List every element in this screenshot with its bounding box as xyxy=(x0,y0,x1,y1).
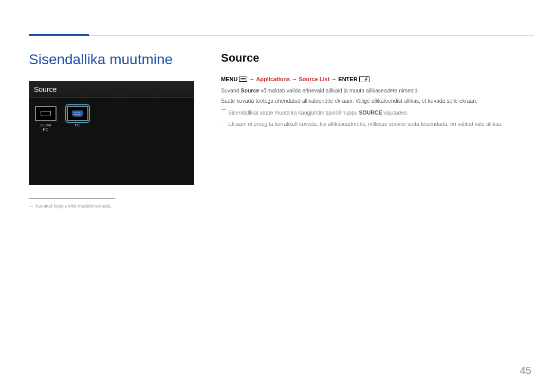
para1-pre: Suvand xyxy=(221,87,241,94)
footnote-rule xyxy=(29,198,115,199)
paragraph-1: Suvand Source võimaldab valida erinevaid… xyxy=(221,86,529,95)
pc-label: PC xyxy=(75,123,80,128)
source-item-pc: PC xyxy=(67,106,88,133)
footnote-text: Kuvatud kujutis võib mudeliti erineda. xyxy=(35,203,112,209)
note1-post: vajutades. xyxy=(382,109,408,116)
note2-text: Ekraani ei pruugita korralikult kuvada, … xyxy=(228,121,503,127)
footnote-dash: ― xyxy=(29,203,33,209)
menu-icon xyxy=(239,77,247,82)
screenshot-body: HDMI PC PC xyxy=(29,98,194,141)
source-screenshot: Source HDMI PC PC xyxy=(29,81,194,185)
hdmi-glyph xyxy=(41,111,51,116)
enter-icon xyxy=(359,76,369,82)
note-dash-icon xyxy=(221,121,226,121)
note1-pre: Sisendallikat saate muuta ka kaugjuhtimi… xyxy=(228,109,359,116)
note-1: Sisendallikat saate muuta ka kaugjuhtimi… xyxy=(221,108,529,117)
nav-source-list: Source List xyxy=(299,76,329,82)
source-item-hdmi: HDMI PC xyxy=(35,106,57,133)
nav-applications: Applications xyxy=(256,76,290,82)
para1-strong: Source xyxy=(241,87,260,94)
arrow-icon: → xyxy=(331,76,337,82)
nav-path: MENU → Applications → Source List → ENTE… xyxy=(221,76,529,82)
page-number: 45 xyxy=(520,365,531,377)
header-rule xyxy=(29,35,534,35)
screenshot-header: Source xyxy=(29,81,194,98)
note-dash-icon xyxy=(221,109,226,110)
arrow-icon: → xyxy=(291,76,297,82)
section-title: Source xyxy=(221,51,529,65)
content-column: Source MENU → Applications → Source List… xyxy=(221,51,529,128)
hdmi-label: HDMI PC xyxy=(41,123,51,133)
nav-enter: ENTER xyxy=(338,76,357,82)
header-accent xyxy=(29,34,89,36)
paragraph-2: Saate kuvada tootega ühendatud allikaloe… xyxy=(221,97,529,105)
chapter-title: Sisendallika muutmine xyxy=(29,51,173,68)
nav-menu: MENU xyxy=(221,76,237,82)
hdmi-label-line1: HDMI xyxy=(41,123,51,127)
note-2: Ekraani ei pruugita korralikult kuvada, … xyxy=(221,120,529,128)
pc-icon xyxy=(67,106,88,121)
footnote: ― Kuvatud kujutis võib mudeliti erineda. xyxy=(29,203,112,209)
note1-strong: SOURCE xyxy=(359,109,382,116)
hdmi-label-line2: PC xyxy=(43,127,48,132)
hdmi-icon xyxy=(35,106,57,121)
vga-glyph xyxy=(72,110,83,117)
para1-post: võimaldab valida erinevaid allikaid ja m… xyxy=(259,87,419,94)
screenshot-title: Source xyxy=(34,85,57,94)
arrow-icon: → xyxy=(249,76,254,82)
